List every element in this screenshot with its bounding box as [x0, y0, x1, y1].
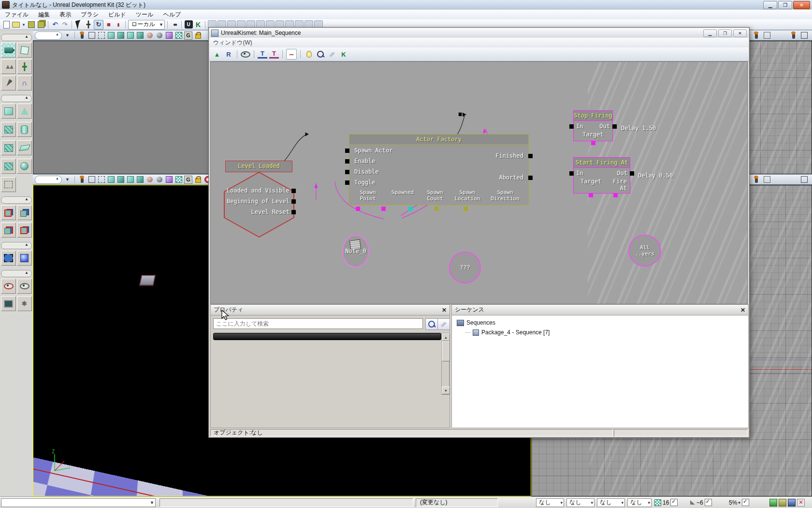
brush-clip-mode-button[interactable] — [1, 75, 16, 90]
viewport-joystick-icon[interactable] — [752, 176, 760, 184]
node-level-loaded[interactable]: Loaded and Visible Beginning of Level Le… — [224, 172, 294, 238]
show-selected-button[interactable] — [1, 279, 16, 294]
connector-variable-olive[interactable] — [464, 207, 468, 211]
lightmap-density-view-icon[interactable] — [165, 31, 173, 40]
connector-variable-magenta[interactable] — [356, 207, 360, 211]
var-fire-at[interactable]: Fire At — [609, 178, 627, 192]
connector-out[interactable] — [291, 199, 296, 204]
connector-in[interactable] — [345, 159, 349, 164]
error-icon[interactable]: ✕ — [797, 499, 805, 507]
open-file-icon[interactable] — [12, 20, 20, 29]
connector-out[interactable] — [612, 124, 617, 129]
detail-lighting-view-icon[interactable] — [126, 31, 134, 40]
var-spawned[interactable]: Spawned — [387, 189, 418, 195]
hide-connectors-icon[interactable] — [241, 49, 250, 59]
shader-complexity-view-icon[interactable] — [155, 31, 163, 40]
var-target[interactable]: Target — [580, 178, 601, 185]
lighting-only-view-icon[interactable] — [136, 31, 144, 40]
brush-cylinder-button[interactable] — [17, 122, 32, 137]
toolbox-collapse-bar[interactable] — [1, 270, 32, 277]
unlit-view-icon[interactable] — [107, 31, 115, 40]
search-actors-icon[interactable]: ●● — [170, 20, 179, 29]
realtime-preview-button[interactable] — [1, 296, 16, 311]
viewport-float-icon[interactable] — [789, 31, 798, 40]
brush-spiral-stair-button[interactable] — [1, 159, 16, 174]
scroll-down-icon[interactable]: ▼ — [442, 387, 450, 394]
menu-brush[interactable]: ブラシ — [76, 10, 103, 19]
viewport-combo[interactable] — [35, 31, 62, 40]
curves-toggle-icon[interactable]: ∼ — [286, 49, 297, 60]
scale-snap-dropdown-icon[interactable]: ▾ — [738, 500, 740, 505]
static-mesh-actor[interactable] — [140, 275, 155, 285]
close-button[interactable]: ✕ — [793, 1, 810, 9]
connector-out[interactable] — [528, 176, 533, 180]
connector-out[interactable] — [291, 189, 296, 193]
var-spawn-location[interactable]: Spawn Location — [451, 189, 483, 202]
input-in[interactable]: In — [576, 123, 583, 130]
detail-lighting-view-icon[interactable] — [126, 176, 134, 184]
texture-density-view-icon[interactable] — [145, 31, 154, 40]
viewport-maximize-icon[interactable] — [800, 31, 808, 40]
autosave-icon[interactable] — [769, 499, 777, 507]
select-tool-icon[interactable] — [74, 20, 83, 29]
var-spawn-count[interactable]: Spawn Count — [420, 189, 450, 202]
brush-wireframe-view-icon[interactable] — [97, 31, 105, 40]
viewport-joystick-icon[interactable] — [752, 31, 760, 40]
texture-density-view-icon[interactable] — [145, 176, 154, 184]
csg-intersect-button[interactable] — [1, 223, 16, 238]
toolbox-collapse-bar[interactable] — [1, 196, 32, 204]
grid-snap-value[interactable]: 16 — [663, 499, 669, 506]
kismet-minimize-button[interactable]: ▁ — [703, 30, 717, 37]
brush-sphere-button[interactable] — [17, 159, 32, 174]
properties-scrollbar[interactable]: ▲ ▼ — [441, 333, 450, 395]
maximize-button[interactable]: ❐ — [778, 1, 792, 9]
kismet-k-icon[interactable]: K — [339, 49, 348, 59]
undo-icon[interactable]: ↶ — [51, 20, 59, 29]
new-file-icon[interactable] — [2, 20, 11, 29]
advanced-search-button[interactable] — [437, 318, 450, 330]
connector-target[interactable] — [589, 193, 593, 197]
disable-tool-button[interactable]: ✱ — [17, 296, 32, 311]
sequences-header[interactable]: シーケンス ✕ — [452, 305, 748, 315]
connector-in[interactable] — [569, 171, 574, 176]
status-combo-left[interactable]: ▼ — [1, 498, 156, 507]
var-node-unknown[interactable]: ??? — [449, 252, 481, 284]
properties-close-icon[interactable]: ✕ — [442, 307, 447, 314]
viewport-lock-icon[interactable] — [194, 176, 202, 184]
redo-icon[interactable]: ↷ — [60, 20, 69, 29]
minimize-button[interactable]: ▁ — [763, 1, 777, 9]
tree-item-sequences[interactable]: Sequences — [457, 318, 495, 327]
scroll-up-icon[interactable]: ▲ — [442, 333, 450, 341]
node-stop-firing[interactable]: Stop Firing In Out Target — [573, 110, 613, 141]
connector-variable-olive[interactable] — [435, 207, 439, 211]
var-node-note[interactable]: Note_0 — [342, 235, 369, 268]
menu-tools[interactable]: ツール — [131, 10, 159, 19]
output-loaded-and-visible[interactable]: Loaded and Visible — [227, 187, 290, 194]
kismet-titlebar[interactable]: UnrealKismet: Main_Sequence ▁ ❐ ✕ — [209, 28, 749, 38]
translate-tool-icon[interactable]: ╋ — [84, 20, 93, 29]
source-control-icon[interactable] — [788, 499, 796, 507]
connector-target[interactable] — [591, 141, 595, 145]
status-none-combo-4[interactable]: なし▾ — [627, 498, 652, 507]
geometry-mode-button[interactable] — [17, 43, 32, 58]
menu-build[interactable]: ビルド — [103, 10, 131, 19]
hide-selected-button[interactable] — [17, 279, 32, 294]
texture-align-mode-button[interactable]: ╋ — [17, 59, 32, 74]
coord-space-select[interactable]: ローカル▼ — [128, 20, 165, 30]
reflection-view-icon[interactable] — [174, 176, 183, 184]
menu-help[interactable]: ヘルプ — [158, 10, 186, 19]
viewport-joystick-icon[interactable] — [78, 176, 86, 184]
select-inside-button[interactable] — [1, 251, 16, 266]
viewport-combo[interactable] — [35, 176, 62, 184]
scale-snap-value[interactable]: 5% — [729, 499, 737, 506]
wireframe-view-icon[interactable] — [87, 31, 96, 40]
brush-sheet-button[interactable] — [17, 140, 32, 155]
lit-view-icon[interactable] — [116, 31, 125, 40]
connector-in[interactable] — [345, 170, 349, 174]
output-beginning-of-level[interactable]: Beginning of Level — [227, 198, 290, 205]
debug-lightbulb-icon[interactable] — [304, 49, 314, 59]
node-actor-factory[interactable]: Actor Factory Spawn Actor Enable Disable… — [349, 134, 529, 205]
rotation-snap-checkbox[interactable] — [705, 499, 712, 506]
brush-curved-stair-button[interactable] — [1, 122, 16, 137]
search-button[interactable] — [425, 318, 438, 330]
